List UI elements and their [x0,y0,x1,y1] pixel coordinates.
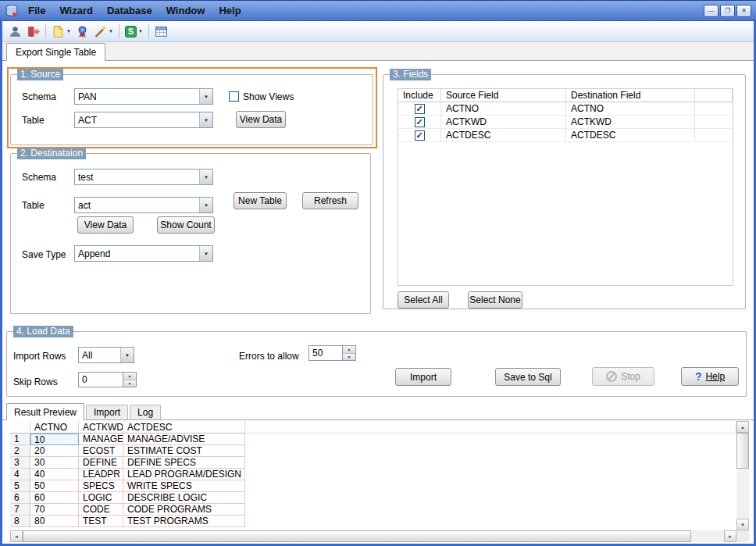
destination-table-select[interactable]: act ▼ [74,197,213,213]
grid-cell[interactable]: TEST PROGRAMS [123,516,245,527]
grid-cell[interactable]: TEST [79,516,123,527]
grid-toolbar-button[interactable] [152,23,170,41]
grid-cell[interactable]: CODE PROGRAMS [123,504,245,516]
scroll-left-icon[interactable]: ◄ [10,530,23,542]
grid-cell[interactable]: ACTKWD [566,116,695,129]
menu-help[interactable]: Help [212,5,248,16]
vertical-scrollbar-thumb[interactable] [736,433,749,469]
grid-cell[interactable]: 80 [30,516,79,527]
row-header-cell[interactable]: 6 [10,492,30,504]
grid-cell[interactable]: LOGIC [79,492,123,504]
destination-view-data-button[interactable]: View Data [77,216,134,234]
chevron-down-icon[interactable]: ▼ [138,29,143,34]
col-actdesc[interactable]: ACTDESC [123,421,245,434]
restore-button[interactable]: ❐ [720,5,735,17]
grid-cell[interactable]: DEFINE [79,457,123,469]
col-actkwd[interactable]: ACTKWD [79,421,123,434]
chevron-down-icon[interactable]: ▼ [199,112,212,127]
grid-cell[interactable]: ESTIMATE COST [123,445,245,457]
grid-cell[interactable]: ACTDESC [566,129,695,142]
tab-result-preview[interactable]: Result Preview [6,403,84,420]
grid-cell[interactable]: WRITE SPECS [123,480,245,492]
close-button[interactable]: ✕ [736,5,751,17]
sql-toolbar-button[interactable]: S ▼ [123,23,145,41]
spin-up-icon[interactable]: ▲ [123,373,136,380]
horizontal-scrollbar[interactable]: ◄ ► [10,530,736,542]
include-checkbox[interactable]: ✓ [415,117,425,127]
include-checkbox[interactable]: ✓ [415,104,425,114]
import-button[interactable]: Import [395,368,451,386]
grid-cell[interactable]: ACTNO [566,102,695,116]
errors-to-allow-input[interactable]: 50 [308,345,343,361]
grid-cell[interactable]: 40 [30,469,79,480]
grid-cell[interactable]: 10 [30,434,79,445]
grid-cell[interactable]: ECOST [79,445,123,457]
show-count-button[interactable]: Show Count [157,216,215,234]
scroll-right-icon[interactable]: ► [724,530,736,542]
grid-cell[interactable]: ACTKWD [441,116,566,129]
row-header-cell[interactable]: 2 [10,445,30,457]
tab-log[interactable]: Log [130,405,161,419]
grid-cell[interactable]: ACTDESC [441,129,566,142]
grid-cell[interactable]: LEAD PROGRAM/DESIGN [123,469,245,480]
grid-cell[interactable]: SPECS [79,480,123,492]
grid-cell[interactable]: 50 [30,480,79,492]
chevron-down-icon[interactable]: ▼ [199,198,212,212]
grid-cell[interactable]: ✓ [398,129,441,142]
select-none-button[interactable]: Select None [468,291,522,309]
grid-cell[interactable]: DESCRIBE LOGIC [123,492,245,504]
new-table-button[interactable]: New Table [234,192,287,209]
export-toolbar-button[interactable]: ▼ [49,23,73,41]
chevron-down-icon[interactable]: ▼ [199,89,212,104]
grid-cell[interactable]: MANAGE/ADVISE [123,434,245,445]
disconnect-toolbar-button[interactable] [24,23,42,41]
menu-file[interactable]: File [21,5,52,16]
grid-cell[interactable]: ✓ [398,102,441,116]
source-table-select[interactable]: ACT ▼ [74,112,213,128]
grid-cell[interactable]: ACTNO [441,102,566,116]
save-type-select[interactable]: Append ▼ [74,245,213,262]
chevron-down-icon[interactable]: ▼ [66,29,71,34]
row-header-cell[interactable]: 5 [10,480,30,492]
grid-cell[interactable]: 20 [30,445,79,457]
row-header-cell[interactable]: 4 [10,469,30,480]
grid-cell[interactable]: 30 [30,457,79,469]
source-view-data-button[interactable]: View Data [236,111,286,128]
menu-window[interactable]: Window [159,5,212,16]
chevron-down-icon[interactable]: ▼ [120,348,134,362]
spin-down-icon[interactable]: ▼ [343,354,355,361]
certificate-toolbar-button[interactable] [73,23,91,41]
spin-up-icon[interactable]: ▲ [343,346,355,354]
grid-cell[interactable]: LEADPR [79,469,123,480]
import-rows-select[interactable]: All ▼ [78,347,134,363]
row-header-cell[interactable]: 3 [10,457,30,469]
show-views-checkbox[interactable] [229,91,239,102]
menu-database[interactable]: Database [100,5,159,16]
minimize-button[interactable]: — [704,5,719,17]
grid-cell[interactable]: ✓ [398,116,441,129]
skip-rows-input[interactable]: 0 [78,372,123,387]
help-button[interactable]: ? Help [681,367,739,386]
wizard-toolbar-button[interactable]: ▼ [91,23,116,41]
grid-cell[interactable]: CODE [79,504,123,516]
select-all-button[interactable]: Select All [398,291,449,309]
grid-cell[interactable]: 60 [30,492,79,504]
save-to-sql-button[interactable]: Save to Sql [495,368,561,386]
horizontal-scrollbar-thumb[interactable] [23,530,691,542]
spin-down-icon[interactable]: ▼ [123,380,136,387]
chevron-down-icon[interactable]: ▼ [109,29,113,34]
chevron-down-icon[interactable]: ▼ [199,246,212,261]
row-header-cell[interactable]: 7 [10,504,30,516]
menu-wizard[interactable]: Wizard [52,5,100,16]
source-schema-select[interactable]: PAN ▼ [74,88,213,105]
row-header-cell[interactable]: 1 [10,434,30,445]
grid-cell[interactable]: 70 [30,504,79,516]
row-header-cell[interactable]: 8 [10,516,30,527]
user-toolbar-button[interactable] [6,23,24,41]
scroll-up-icon[interactable]: ▲ [736,421,749,433]
destination-schema-select[interactable]: test ▼ [74,169,213,185]
stop-button[interactable]: Stop [592,367,654,386]
grid-cell[interactable]: DEFINE SPECS [123,457,245,469]
include-checkbox[interactable]: ✓ [415,130,425,141]
vertical-scrollbar[interactable]: ▲ ▼ [736,421,749,530]
